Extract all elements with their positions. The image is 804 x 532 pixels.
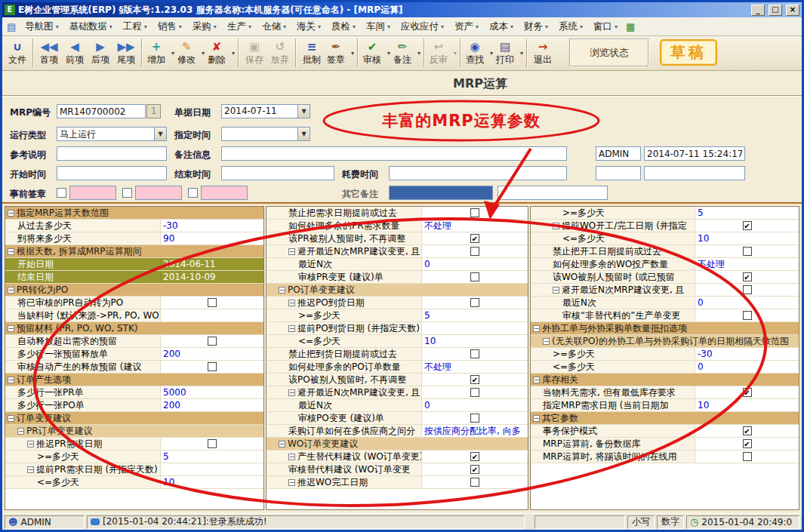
toolbar-button-file[interactable]: ∪文件 (5, 37, 30, 69)
toolbar-button-prev[interactable]: ◀前项 (62, 37, 88, 69)
operate-time-input[interactable] (644, 146, 745, 161)
param-value-cell[interactable]: ✔ (422, 232, 528, 244)
param-row[interactable]: 该WO被别人预留时 (或已预留✔ (531, 271, 799, 284)
toolbar-button-last[interactable]: ▶▶尾项 (113, 37, 139, 69)
param-group-header[interactable]: −订单变更建议 (5, 412, 263, 425)
presign-input-3[interactable] (201, 186, 248, 200)
param-group-header[interactable]: −PR转化为PO (5, 284, 263, 297)
param-value-cell[interactable]: 5 (161, 451, 263, 463)
param-subgroup-header[interactable]: −(无关联PO)的外协工单与外协采购订单的日期相隔天数范围 (531, 335, 799, 348)
param-value-cell[interactable] (161, 335, 263, 347)
param-row[interactable]: 事务保护模式✔ (531, 425, 799, 438)
chevron-down-icon[interactable]: ▼ (297, 128, 310, 140)
param-row[interactable]: −提前WO开工/完工日期 (并指定✔ (531, 220, 799, 232)
param-row[interactable]: 采购订单如何在多供应商之间分按供应商分配比率, 向多 (266, 425, 528, 438)
param-checkbox[interactable] (470, 414, 479, 423)
tree-collapse-icon[interactable]: − (279, 287, 285, 294)
param-row[interactable]: 当物料无需求, 但有最低库存要求✔ (531, 386, 799, 399)
tree-collapse-icon[interactable]: − (17, 428, 24, 435)
tree-collapse-icon[interactable]: − (533, 377, 540, 383)
param-checkbox[interactable] (470, 349, 479, 358)
param-checkbox[interactable]: ✔ (743, 426, 752, 435)
param-value-cell[interactable] (422, 348, 528, 360)
tree-collapse-icon[interactable]: − (8, 210, 14, 217)
param-value-cell[interactable] (161, 297, 263, 309)
param-checkbox[interactable] (208, 439, 217, 448)
presign-checkbox-3[interactable] (188, 188, 198, 198)
start-time-input[interactable] (57, 166, 167, 180)
menu-item[interactable]: 质检▾ (326, 19, 361, 35)
toolbar-button-save[interactable]: ▣保存 (242, 37, 267, 69)
param-value-cell[interactable]: 按供应商分配比率, 向多 (422, 425, 528, 437)
mrp-no-input[interactable] (57, 104, 146, 118)
menu-item[interactable]: 系统▾ (553, 19, 588, 35)
param-value-cell[interactable]: 5000 (161, 386, 263, 398)
param-checkbox[interactable] (470, 388, 479, 397)
dropdown-arrow-icon[interactable]: ▾ (171, 50, 174, 57)
param-checkbox[interactable] (208, 337, 217, 346)
tree-collapse-icon[interactable]: − (8, 415, 14, 422)
param-row[interactable]: >=多少天5 (266, 309, 528, 322)
tree-collapse-icon[interactable]: − (288, 479, 295, 486)
menu-item[interactable]: 生产▾ (222, 19, 257, 35)
param-subgroup-header[interactable]: −PO订单变更建议 (266, 284, 528, 297)
param-row[interactable]: 如何处理多余的PO订单数量不处理 (266, 361, 528, 374)
param-value-cell[interactable] (695, 245, 799, 257)
menu-item[interactable]: 采购▾ (187, 19, 222, 35)
param-group-header[interactable]: −订单产生选项 (5, 374, 263, 386)
param-value-cell[interactable]: ✔ (695, 386, 799, 398)
presign-checkbox-2[interactable] (122, 188, 132, 198)
tree-collapse-icon[interactable]: − (533, 415, 540, 422)
param-value-cell[interactable]: 5 (422, 309, 528, 321)
param-checkbox[interactable]: ✔ (470, 452, 479, 461)
tree-collapse-icon[interactable]: − (27, 441, 34, 447)
param-group-header[interactable]: −其它参数 (531, 412, 799, 425)
param-row[interactable]: >=多少天5 (531, 207, 799, 220)
param-value-cell[interactable] (161, 438, 263, 450)
extra-input-2[interactable] (644, 166, 745, 180)
param-row[interactable]: 多少行一张预留释放单200 (5, 348, 263, 361)
param-value-cell[interactable]: 不处理 (422, 220, 528, 232)
doc-date-combo[interactable]: 2014-07-11 ▼ (221, 104, 310, 118)
param-row[interactable]: 审核“非替代料的”生产单变更 (531, 309, 799, 322)
menu-item[interactable]: 资产▾ (449, 19, 484, 35)
tree-collapse-icon[interactable]: − (533, 325, 540, 332)
param-value-cell[interactable] (422, 386, 528, 398)
other-remark-input[interactable] (389, 186, 493, 200)
param-row[interactable]: <=多少天10 (5, 476, 263, 489)
maximize-button[interactable]: □ (769, 5, 782, 16)
menu-item[interactable]: 车间▾ (361, 19, 396, 35)
param-row[interactable]: 将已审核的PR自动转为PO (5, 297, 263, 309)
param-row[interactable]: −推迟WO完工日期 (266, 476, 528, 489)
param-row[interactable]: 禁止把到货日期提前或过去 (266, 348, 528, 361)
param-row[interactable]: 禁止把需求日期提前或过去 (266, 207, 528, 220)
param-value-cell[interactable]: 不处理 (422, 361, 528, 373)
param-value-cell[interactable]: 不处理 (695, 258, 799, 270)
presign-checkbox-1[interactable] (57, 188, 66, 198)
param-row[interactable]: −避开最近N次MRP建议变更, 且 (531, 284, 799, 297)
param-row[interactable]: 最近N次0 (266, 258, 528, 271)
param-value-cell[interactable]: 90 (161, 232, 263, 244)
param-row[interactable]: 审核自动产生的释放预留 (建议 (5, 361, 263, 374)
toolbar-button-sign[interactable]: ✒签章▾ (325, 37, 355, 69)
param-row[interactable]: 多少行一张PO单200 (5, 399, 263, 412)
param-value-cell[interactable] (422, 245, 528, 257)
extra-input-3[interactable] (497, 186, 608, 200)
param-checkbox[interactable] (743, 247, 752, 256)
param-value-cell[interactable]: 0 (695, 361, 799, 373)
param-row[interactable]: −提前PO到货日期 (并指定天数) (266, 322, 528, 335)
param-group-header[interactable]: −库存相关 (531, 374, 799, 386)
param-value-cell[interactable]: 0 (422, 258, 528, 270)
param-value-cell[interactable]: ✔ (422, 374, 528, 386)
param-value-cell[interactable] (422, 412, 528, 424)
menu-item[interactable]: 应收应付▾ (396, 19, 449, 35)
dropdown-arrow-icon[interactable]: ▾ (490, 50, 493, 57)
param-value-cell[interactable] (161, 309, 263, 321)
presign-input-1[interactable] (69, 186, 116, 200)
param-value-cell[interactable]: 2014-10-09 (161, 271, 263, 283)
dropdown-arrow-icon[interactable]: ▾ (351, 50, 354, 57)
param-checkbox[interactable]: ✔ (470, 234, 479, 243)
param-value-cell[interactable]: -30 (161, 220, 263, 232)
param-row[interactable]: >=多少天-30 (531, 348, 799, 361)
param-value-cell[interactable] (422, 476, 528, 488)
